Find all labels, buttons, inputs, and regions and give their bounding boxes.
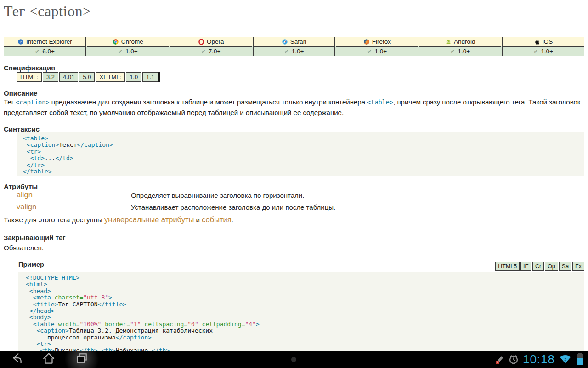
text-run xyxy=(198,321,202,328)
code-line: <tr> xyxy=(26,341,584,347)
text-run: <title> xyxy=(26,301,58,308)
description-heading: Описание xyxy=(4,89,37,97)
code-line: <tr> xyxy=(23,149,584,155)
spec-cell: 4.01 xyxy=(59,72,78,82)
attribute-link-align[interactable]: align xyxy=(17,190,33,199)
description-text: Тег <caption> предназначен для создания … xyxy=(4,97,584,117)
attributes-list: alignОпределяет выравнивание заголовка п… xyxy=(17,190,584,213)
text-run: "0" xyxy=(187,321,198,328)
text-run: <table xyxy=(26,321,58,328)
browser-header-cell: Chrome xyxy=(87,37,169,46)
text-run: <head> xyxy=(26,288,51,294)
code-line: <table> xyxy=(23,135,584,142)
chrome-icon xyxy=(113,39,119,45)
browser-version-cell: ✔7.0+ xyxy=(170,46,252,56)
browser-header-cell: iOS xyxy=(502,37,584,46)
text-run: </td> xyxy=(55,155,73,161)
inline-code-ref: <table> xyxy=(367,98,393,106)
text-run: border= xyxy=(105,321,130,328)
browser-header-cell: Android xyxy=(419,37,501,46)
browser-name: Firefox xyxy=(372,38,391,45)
text-run: <th> xyxy=(101,347,115,351)
android-navigation-bar: 10:18 xyxy=(0,351,588,368)
text-run: <td> xyxy=(23,155,45,161)
text-run: "4" xyxy=(245,321,255,328)
android-icon xyxy=(445,39,452,45)
text-run: </caption> xyxy=(116,334,152,341)
browser-version-cell: ✔1.0+ xyxy=(87,46,169,56)
browser-version-cell: ✔1.0+ xyxy=(419,46,501,56)
battery-icon[interactable] xyxy=(577,354,583,365)
syntax-code-block: <table> <caption>Текст</caption> <tr> <t… xyxy=(17,132,584,176)
status-clock[interactable]: 10:18 xyxy=(523,351,555,368)
spec-cell: 1.0 xyxy=(126,72,141,82)
browser-header-cell: eInternet Explorer xyxy=(4,37,86,46)
checkmark-icon: ✔ xyxy=(35,48,40,55)
example-tab-fx[interactable]: Fx xyxy=(572,262,584,271)
text-run: Таблица 3.2. Демонстрация катаболических xyxy=(69,327,213,334)
browser-version-cell: ✔1.0+ xyxy=(336,46,418,56)
text-run: <body> xyxy=(26,314,51,321)
example-browser-tabs: HTML5IECrOpSaFx xyxy=(495,262,584,271)
example-tab-sa[interactable]: Sa xyxy=(559,262,571,271)
text-run: предназначен для создания заголовка к та… xyxy=(49,98,367,106)
text-run: <meta xyxy=(26,294,55,301)
browser-name: Android xyxy=(454,38,475,45)
text-run: процессов организма xyxy=(26,334,116,341)
code-line: <td>...</td> xyxy=(23,155,584,161)
svg-text:e: e xyxy=(20,40,22,44)
browser-version-cell: ✔1.0+ xyxy=(502,46,584,56)
browser-header-cell: Firefox xyxy=(336,37,418,46)
recents-button[interactable] xyxy=(74,351,90,367)
example-tab-op[interactable]: Op xyxy=(545,262,558,271)
text-run: ... xyxy=(45,155,55,161)
text-run: <tr> xyxy=(23,148,41,155)
attribute-description: Устанавливает расположение заголовка до … xyxy=(131,203,335,211)
inline-code-ref: <caption> xyxy=(16,98,49,106)
text-run: <th> xyxy=(26,347,55,351)
browser-header-row: eInternet ExplorerChromeOperaSafariFiref… xyxy=(4,37,584,46)
example-tab-html5[interactable]: HTML5 xyxy=(495,262,520,271)
text-run: > xyxy=(256,321,260,328)
battery-level xyxy=(577,358,583,364)
browser-version: 1.0+ xyxy=(292,48,304,55)
specification-table: HTML:3.24.015.0XHTML:1.01.1 xyxy=(17,72,160,82)
browser-header-cell: Safari xyxy=(253,37,335,46)
text-run: <html> xyxy=(26,281,47,288)
text-run: "100%" xyxy=(79,321,101,328)
example-heading: Пример xyxy=(18,261,44,268)
alarm-icon[interactable] xyxy=(509,354,519,365)
code-line: <head> xyxy=(26,288,584,294)
browser-support-table: eInternet ExplorerChromeOperaSafariFiref… xyxy=(4,37,584,56)
wifi-icon[interactable] xyxy=(559,354,571,365)
universal-attributes-note: Также для этого тега доступны универсаль… xyxy=(4,215,233,224)
recents-icon xyxy=(75,351,89,367)
attribute-link-valign[interactable]: valign xyxy=(17,202,36,211)
browser-version: 1.0+ xyxy=(375,48,387,55)
home-button[interactable] xyxy=(40,351,57,367)
text-run: <table> xyxy=(23,135,48,142)
inline-link[interactable]: события xyxy=(202,215,232,224)
text-run: width= xyxy=(58,321,79,328)
safari-icon xyxy=(282,39,288,45)
example-tab-cr[interactable]: Cr xyxy=(532,262,544,271)
text-run: </th> xyxy=(79,347,97,351)
text-run: cellspacing= xyxy=(144,321,187,328)
home-icon xyxy=(42,351,56,367)
spec-cell: 1.1 xyxy=(142,72,158,82)
browser-version: 7.0+ xyxy=(209,48,221,55)
browser-name: Opera xyxy=(207,38,224,45)
code-line: процессов организма</caption> xyxy=(26,334,584,341)
example-tab-ie[interactable]: IE xyxy=(520,262,531,271)
attribute-row: alignОпределяет выравнивание заголовка п… xyxy=(17,190,584,201)
spec-cell: XHTML: xyxy=(96,72,125,82)
back-button[interactable] xyxy=(8,351,24,367)
text-run: <tr> xyxy=(26,340,51,347)
inline-link[interactable]: универсальные атрибуты xyxy=(104,215,194,224)
spec-cell: 3.2 xyxy=(43,72,58,82)
attribute-row: valignУстанавливает расположение заголов… xyxy=(17,201,584,213)
browser-version-cell: ✔6.0+ xyxy=(4,46,86,56)
usb-notification-icon[interactable] xyxy=(494,354,504,365)
browser-name: Internet Explorer xyxy=(26,38,72,45)
code-line: <!DOCTYPE HTML> xyxy=(26,275,584,281)
